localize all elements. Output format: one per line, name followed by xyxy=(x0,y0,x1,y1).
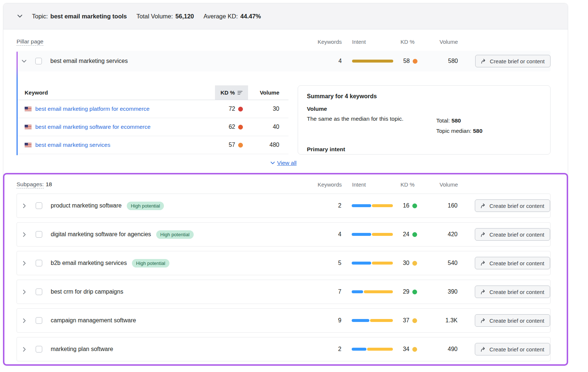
chevron-right-icon[interactable] xyxy=(22,261,27,266)
pillar-page-label[interactable]: Pillar page xyxy=(17,38,316,45)
subpages-section: Subpages:18 Keywords Intent KD % Volume … xyxy=(3,173,568,366)
create-brief-button[interactable]: Create brief or content xyxy=(475,343,550,355)
row-checkbox[interactable] xyxy=(36,260,42,266)
forward-arrow-icon xyxy=(481,232,486,237)
kd-value: 29 xyxy=(403,288,409,295)
create-brief-button[interactable]: Create brief or content xyxy=(475,286,550,298)
volume-value: 490 xyxy=(422,346,466,352)
pillar-column-headers: Pillar page Keywords Intent KD % Volume xyxy=(17,36,551,47)
subpage-row[interactable]: b2b email marketing services High potent… xyxy=(17,251,551,275)
pillar-page-section: Pillar page Keywords Intent KD % Volume … xyxy=(3,29,568,169)
row-checkbox[interactable] xyxy=(36,231,42,238)
subpages-column-headers: Subpages:18 Keywords Intent KD % Volume xyxy=(17,179,551,190)
forward-arrow-icon xyxy=(481,261,486,266)
chevron-right-icon[interactable] xyxy=(22,232,27,237)
subpage-row[interactable]: campaign management software 9 37 1.3K C… xyxy=(17,308,551,333)
subpage-row[interactable]: digital marketing software for agencies … xyxy=(17,222,551,247)
intent-bar xyxy=(352,233,393,236)
intent-column-header: Intent xyxy=(352,181,393,188)
pillar-title: best email marketing services xyxy=(50,58,128,64)
total-volume-label: Total Volume: xyxy=(136,13,173,20)
keywords-count: 4 xyxy=(316,231,341,238)
kd-value: 62 xyxy=(229,124,235,130)
chevron-down-icon[interactable] xyxy=(22,59,26,64)
kd-dot xyxy=(413,59,417,64)
volume-value: 30 xyxy=(248,106,288,112)
kd-sort-header[interactable]: KD % xyxy=(215,85,248,100)
keyword-link[interactable]: best email marketing software for ecomme… xyxy=(35,124,151,130)
high-potential-badge: High potential xyxy=(127,202,164,210)
chevron-right-icon[interactable] xyxy=(22,347,27,352)
intent-column-header: Intent xyxy=(352,39,393,45)
topic-group: Topic: best email marketing tools xyxy=(32,13,127,20)
keyword-row: best email marketing services 57 480 xyxy=(17,136,288,154)
create-brief-button[interactable]: Create brief or content xyxy=(475,199,550,212)
volume-value: 540 xyxy=(422,260,466,266)
volume-value: 420 xyxy=(422,231,466,238)
subpage-title: b2b email marketing services xyxy=(51,260,127,266)
chevron-right-icon[interactable] xyxy=(22,318,27,323)
forward-arrow-icon xyxy=(481,318,486,323)
volume-heading: Volume xyxy=(307,106,436,112)
intent-bar xyxy=(352,348,393,351)
volume-value: 40 xyxy=(248,124,288,130)
kd-dot xyxy=(412,318,417,323)
row-checkbox[interactable] xyxy=(35,58,42,64)
subpages-count: 18 xyxy=(46,181,52,187)
summary-title: Summary for 4 keywords xyxy=(307,93,541,100)
create-brief-button[interactable]: Create brief or content xyxy=(475,257,550,269)
topic-label: Topic: xyxy=(32,13,48,20)
topic-header-bar: Topic: best email marketing tools Total … xyxy=(3,3,568,29)
row-checkbox[interactable] xyxy=(36,288,42,295)
chevron-right-icon[interactable] xyxy=(22,203,27,208)
row-checkbox[interactable] xyxy=(36,317,42,324)
row-checkbox[interactable] xyxy=(36,202,42,209)
keywords-count: 2 xyxy=(316,202,341,209)
subpage-row[interactable]: product marketing software High potentia… xyxy=(17,194,551,218)
keyword-row: best email marketing platform for ecomme… xyxy=(17,100,288,118)
keyword-strategy-page: Topic: best email marketing tools Total … xyxy=(0,0,588,372)
create-brief-button[interactable]: Create brief or content xyxy=(475,55,551,67)
view-all-link[interactable]: View all xyxy=(277,160,297,166)
total-volume-group: Total Volume: 56,120 xyxy=(136,13,194,20)
pillar-expanded-details: Keyword KD % Volume best email marketing… xyxy=(17,85,551,155)
subpages-label[interactable]: Subpages:18 xyxy=(17,181,316,188)
pillar-row[interactable]: best email marketing services 4 58 580 C… xyxy=(17,51,551,71)
kd-value: 57 xyxy=(229,142,235,148)
subpage-title: best crm for drip campaigns xyxy=(51,288,123,295)
kd-dot xyxy=(238,143,243,148)
total-volume-value: 56,120 xyxy=(175,13,194,20)
keyword-row: best email marketing software for ecomme… xyxy=(17,118,288,136)
keyword-link[interactable]: best email marketing platform for ecomme… xyxy=(35,106,150,112)
chevron-down-icon[interactable] xyxy=(270,161,275,165)
subpage-title: marketing plan software xyxy=(51,346,113,352)
high-potential-badge: High potential xyxy=(156,230,194,239)
volume-column-header: Volume xyxy=(248,85,288,100)
row-checkbox[interactable] xyxy=(36,346,42,352)
us-flag-icon xyxy=(25,107,32,111)
volume-value: 1.3K xyxy=(422,317,466,324)
total-volume-line: Total: 580 xyxy=(436,116,483,126)
intent-bar xyxy=(352,290,393,293)
kd-value: 24 xyxy=(403,231,409,238)
kd-value: 30 xyxy=(403,260,409,266)
keywords-count: 5 xyxy=(316,260,341,266)
chevron-right-icon[interactable] xyxy=(22,290,27,294)
kd-value: 72 xyxy=(229,106,235,112)
subpage-row[interactable]: best crm for drip campaigns 7 29 390 Cre… xyxy=(17,280,551,304)
kd-value: 58 xyxy=(403,58,410,64)
sort-descending-icon xyxy=(237,91,243,95)
create-brief-button[interactable]: Create brief or content xyxy=(475,314,550,327)
keywords-count: 9 xyxy=(316,317,341,324)
kd-value: 37 xyxy=(403,317,409,324)
average-kd-group: Average KD: 44.47% xyxy=(204,13,261,20)
forward-arrow-icon xyxy=(481,290,486,294)
high-potential-badge: High potential xyxy=(132,259,169,268)
keyword-link[interactable]: best email marketing services xyxy=(35,142,110,148)
subpage-row[interactable]: marketing plan software 2 34 490 Create … xyxy=(17,337,551,361)
chevron-down-icon[interactable] xyxy=(17,14,22,19)
volume-column-header: Volume xyxy=(422,181,466,188)
create-brief-button[interactable]: Create brief or content xyxy=(475,228,550,241)
intent-bar xyxy=(352,319,393,322)
kd-dot xyxy=(238,107,243,111)
